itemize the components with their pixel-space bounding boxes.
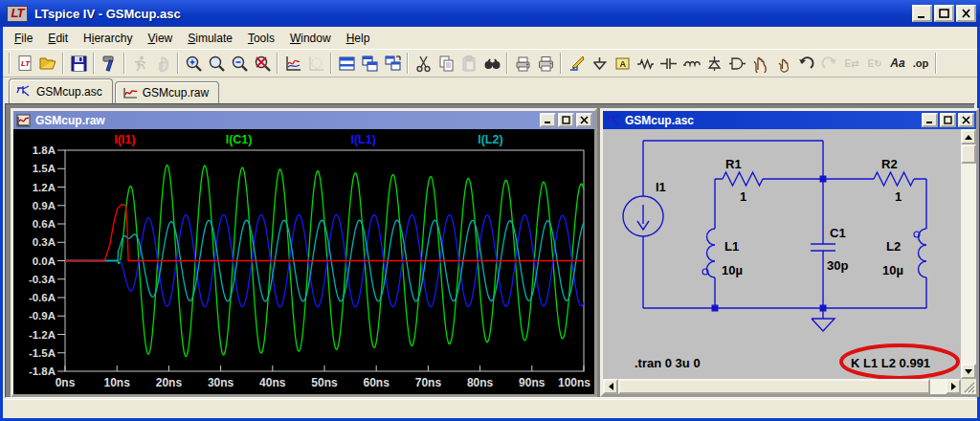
menu-bar: FileEditHierarchyViewSimulateToolsWindow… [3,27,977,49]
menu-view[interactable]: View [140,29,180,48]
directive-tran[interactable]: .tran 0 3u 0 [635,356,701,370]
component-button[interactable] [725,52,748,76]
label-L2[interactable]: L2 [886,239,901,254]
component-C1[interactable] [811,179,835,308]
vertical-scrollbar[interactable] [961,129,976,379]
vertical-scroll-thumb[interactable] [961,144,976,164]
component-L1[interactable] [702,229,715,308]
waveform-title-bar[interactable]: GSMcup.raw [13,111,594,129]
horizontal-scroll-thumb[interactable] [618,379,930,394]
ground-symbol[interactable] [812,308,835,331]
scroll-left-button[interactable] [603,379,618,394]
waveform-plot-pane[interactable]: 1.8A1.5A1.2A0.9A0.6A0.3A0.0A-0.3A-0.6A-0… [13,129,594,394]
schematic-minimize-button[interactable] [922,113,938,127]
copy-button[interactable] [434,52,457,76]
zoom-in-button[interactable] [182,52,205,76]
control-panel-button[interactable] [98,52,121,76]
schematic-maximize-button[interactable] [940,113,956,127]
schematic-title-bar[interactable]: GSMcup.asc [603,111,976,129]
print-button[interactable] [534,52,557,76]
value-L1[interactable]: 10µ [722,263,743,277]
waveform-plot[interactable]: 1.8A1.5A1.2A0.9A0.6A0.3A0.0A-0.3A-0.6A-0… [13,129,594,394]
component-L2[interactable] [914,229,926,308]
schematic-close-button[interactable] [958,113,974,127]
label-button[interactable]: A [611,52,634,76]
find-button[interactable] [480,52,503,76]
label-C1[interactable]: C1 [830,226,846,240]
label-I1[interactable]: I1 [656,180,666,194]
legend-I(C1)[interactable]: I(C1) [226,133,253,146]
waveform-close-button[interactable] [576,113,592,127]
maximize-button[interactable] [934,5,954,22]
main-title-bar[interactable]: LT LTspice IV - GSMcup.asc [0,0,980,27]
menu-tools[interactable]: Tools [240,29,282,48]
cut-button[interactable] [412,52,434,76]
scroll-right-button[interactable] [946,379,961,394]
minimize-button[interactable] [912,5,932,22]
value-R1[interactable]: 1 [740,189,746,204]
scroll-down-button[interactable] [961,364,976,379]
resistor-button[interactable] [634,52,657,76]
close-button[interactable] [956,5,976,22]
tile-vertical-icon [361,55,379,73]
tab-gsmcup.raw[interactable]: GSMcup.raw [115,81,219,103]
horizontal-scrollbar[interactable] [603,379,961,394]
menu-simulate[interactable]: Simulate [180,29,240,48]
label-R2[interactable]: R2 [881,157,898,171]
label-L1[interactable]: L1 [724,239,739,254]
value-L2[interactable]: 10µ [882,263,903,277]
directive-coupling[interactable]: K L1 L2 0.991 [851,356,930,370]
ground-icon [590,55,609,73]
legend-I(L2)[interactable]: I(L2) [478,133,502,146]
new-schematic-button[interactable]: LT [13,52,36,76]
menu-hierarchy[interactable]: Hierarchy [76,29,140,48]
tile-vertical-button[interactable] [358,52,381,76]
value-R2[interactable]: 1 [895,189,902,204]
autorange-button[interactable] [281,52,304,76]
menu-edit[interactable]: Edit [40,29,76,48]
tab-label: GSMcup.asc [36,85,102,99]
menu-window[interactable]: Window [282,29,339,48]
inductor-button[interactable] [679,52,702,76]
legend-I(I1)[interactable]: I(I1) [114,133,135,146]
label-R1[interactable]: R1 [725,157,742,171]
schematic-canvas[interactable]: I1 R1 1 L1 10µ C1 30p R2 1 L2 10µ .tran … [603,129,976,394]
tab-gsmcup.asc[interactable]: GSMcup.asc [9,78,113,103]
move-button[interactable] [748,52,771,76]
tile-horizontal-button[interactable] [335,52,358,76]
resize-grip[interactable] [961,379,976,394]
scroll-up-button[interactable] [961,129,976,144]
ground-button[interactable] [588,52,611,76]
mirror-icon: E⇄ [844,58,858,69]
menu-help[interactable]: Help [339,29,378,48]
text-button[interactable]: Aa [886,52,909,76]
component-I1[interactable] [623,141,663,308]
open-button[interactable] [36,52,59,76]
y-axis-label: -1.2A [29,329,56,341]
legend-I(L1)[interactable]: I(L1) [350,133,375,146]
undo-button[interactable] [794,52,817,76]
node-junction [712,305,719,312]
capacitor-button[interactable] [657,52,679,76]
print-preview-icon [514,55,532,73]
zoom-fit-button[interactable] [251,52,274,76]
value-C1[interactable]: 30p [827,258,848,273]
component-R2[interactable] [823,172,926,229]
menu-file[interactable]: File [7,29,40,48]
drag-button[interactable] [771,52,794,76]
zoom-out-button[interactable] [228,52,251,76]
diode-button[interactable] [702,52,725,76]
component-R1[interactable] [715,172,823,229]
zoom-back-button[interactable] [205,52,228,76]
waveform-window-title: GSMcup.raw [35,114,538,127]
save-button[interactable] [67,52,90,76]
wire-button[interactable] [565,52,588,76]
y-axis-label: 0.3A [33,236,56,248]
waveform-maximize-button[interactable] [558,113,574,127]
waveform-minimize-button[interactable] [540,113,556,127]
cascade-button[interactable] [381,52,404,76]
x-axis-label: 20ns [156,376,183,389]
schematic-icon [16,85,32,98]
print-preview-button[interactable] [511,52,534,76]
spice-directive-button[interactable]: .op [909,52,932,76]
